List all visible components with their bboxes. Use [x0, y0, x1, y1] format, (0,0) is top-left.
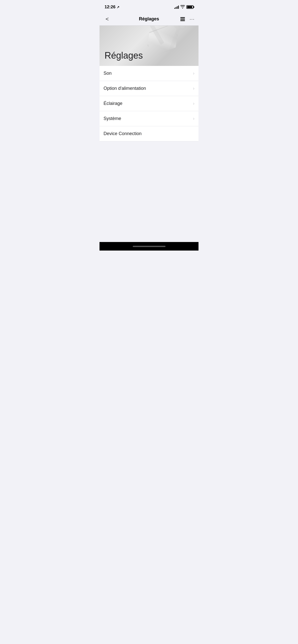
status-icons [174, 5, 193, 9]
back-button[interactable]: < [104, 15, 111, 23]
svg-rect-3 [146, 26, 164, 45]
menu-item-label-option-alimentation: Option d'alimentation [104, 86, 146, 91]
svg-rect-0 [180, 17, 185, 18]
menu-item-eclairage[interactable]: Éclairage › [100, 96, 198, 111]
menu-item-option-alimentation[interactable]: Option d'alimentation › [100, 81, 198, 96]
menu-item-label-son: Son [104, 71, 112, 76]
status-bar: 12:26 ↗ [100, 0, 198, 13]
menu-list: Son › Option d'alimentation › Éclairage … [100, 66, 198, 141]
empty-content-area [100, 141, 198, 242]
status-time: 12:26 ↗ [105, 5, 119, 10]
svg-rect-1 [180, 19, 185, 20]
home-bar [133, 246, 165, 247]
menu-item-label-device-connection: Device Connection [104, 131, 142, 136]
chevron-right-icon: › [193, 101, 194, 106]
signal-icon [174, 5, 179, 9]
time-display: 12:26 [105, 5, 115, 10]
menu-item-label-eclairage: Éclairage [104, 101, 122, 106]
menu-item-device-connection[interactable]: Device Connection [100, 126, 198, 141]
nav-bar: < Réglages ⋯ [100, 13, 198, 26]
menu-item-label-systeme: Système [104, 116, 121, 121]
location-arrow-icon: ↗ [117, 5, 119, 9]
hero-banner: Réglages [100, 26, 198, 66]
page-title: Réglages [105, 50, 143, 61]
menu-item-systeme[interactable]: Système › [100, 111, 198, 126]
svg-rect-2 [180, 20, 185, 21]
chevron-right-icon: › [193, 71, 194, 76]
wifi-icon [180, 5, 185, 9]
more-options-icon[interactable]: ⋯ [189, 16, 194, 22]
menu-item-son[interactable]: Son › [100, 66, 198, 81]
nav-actions: ⋯ [180, 16, 194, 22]
nav-title: Réglages [139, 16, 159, 22]
layers-icon[interactable] [180, 17, 185, 22]
home-indicator [100, 242, 198, 251]
chevron-right-icon: › [193, 116, 194, 121]
battery-icon [186, 5, 193, 9]
chevron-right-icon: › [193, 86, 194, 91]
